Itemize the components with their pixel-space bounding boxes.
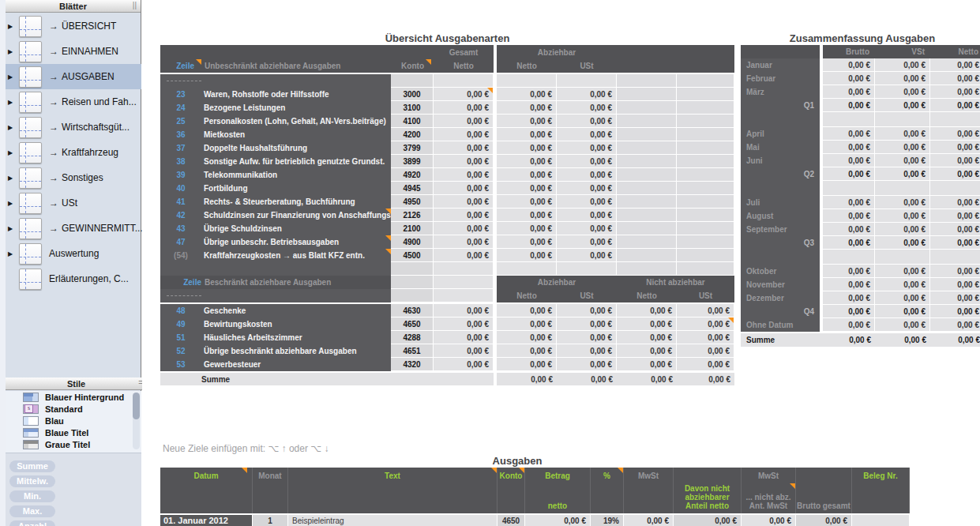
summary-row[interactable] bbox=[741, 112, 980, 127]
empty-cell[interactable] bbox=[434, 289, 494, 302]
konto-cell[interactable]: 3100 bbox=[391, 101, 434, 115]
davon-nicht-abziehbar-column-header[interactable]: Davon nicht abziehbarer Anteil netto bbox=[674, 468, 742, 513]
sheet-thumbnail-icon[interactable] bbox=[19, 16, 42, 37]
vst-cell[interactable]: 0,00 € bbox=[875, 278, 930, 291]
nicht-abz-mwst-cell[interactable]: 0,00 € bbox=[742, 515, 796, 526]
brutto-cell[interactable]: 0,00 € bbox=[823, 196, 875, 209]
konto-cell[interactable]: 4500 bbox=[391, 249, 434, 262]
row-number-cell[interactable]: 49 bbox=[160, 317, 201, 331]
summary-row[interactable]: Q3 0,00 € 0,00 € 0,00 € bbox=[741, 236, 980, 250]
period-label-cell[interactable]: April bbox=[741, 127, 820, 141]
period-label-cell[interactable]: Dezember bbox=[741, 291, 820, 305]
text-cell[interactable]: Beispieleintrag bbox=[288, 515, 498, 526]
period-label-cell[interactable]: Q4 bbox=[741, 305, 820, 318]
gesamt-netto-cell[interactable]: 0,00 € bbox=[434, 317, 494, 331]
netto-cell[interactable]: 0,00 € bbox=[930, 154, 980, 167]
gesamt-netto-cell[interactable]: 0,00 € bbox=[434, 88, 494, 101]
period-label-cell[interactable]: August bbox=[741, 209, 820, 223]
panel-resize-handle-icon[interactable]: || bbox=[133, 1, 137, 9]
abziehbar-ust-cell[interactable]: 0,00 € bbox=[557, 195, 617, 209]
table-row[interactable]: (54) Kraftfahrzeugkosten → aus Blatt KFZ… bbox=[160, 249, 734, 262]
empty-cell[interactable] bbox=[617, 141, 677, 155]
vst-cell[interactable]: 0,00 € bbox=[875, 291, 930, 305]
abziehbar-netto-cell[interactable]: 0,00 € bbox=[497, 222, 557, 235]
disclosure-triangle-icon[interactable]: ▶ bbox=[8, 99, 17, 106]
empty-cell[interactable] bbox=[617, 249, 677, 262]
header-cell[interactable] bbox=[160, 45, 434, 59]
netto-column-header[interactable]: Netto bbox=[930, 45, 980, 58]
summary-row[interactable]: November 0,00 € 0,00 € 0,00 € bbox=[741, 278, 980, 291]
abziehbar-ust-cell[interactable]: 0,00 € bbox=[557, 168, 617, 182]
period-label-cell[interactable]: Ohne Datum bbox=[741, 318, 820, 332]
period-label-cell[interactable]: März bbox=[741, 85, 820, 99]
section1-title-header[interactable]: Unbeschränkt abziehbare Ausgaben bbox=[201, 59, 391, 73]
disclosure-triangle-icon[interactable]: ▶ bbox=[8, 23, 17, 30]
netto-column-header[interactable]: Netto bbox=[434, 59, 494, 73]
period-label-cell[interactable]: September bbox=[741, 223, 820, 236]
konto-cell[interactable]: 4950 bbox=[391, 195, 434, 209]
abziehbar-netto-cell[interactable]: 0,00 € bbox=[497, 115, 557, 128]
section2-title-header[interactable]: Beschränkt abziehbare Ausgaben bbox=[201, 276, 391, 289]
abziehbar-ust-cell[interactable]: 0,00 € bbox=[557, 331, 617, 344]
brutto-cell[interactable]: 0,00 € bbox=[823, 58, 875, 72]
overview-table-title[interactable]: Übersicht Ausgabenarten bbox=[160, 32, 734, 44]
sheet-thumbnail-icon[interactable] bbox=[19, 167, 42, 189]
vst-cell[interactable]: 0,00 € bbox=[875, 72, 930, 85]
empty-cell[interactable] bbox=[617, 115, 677, 128]
empty-cell[interactable] bbox=[434, 276, 494, 289]
abziehbar-group-header[interactable]: Abziehbar bbox=[497, 45, 617, 59]
summary-row[interactable]: Q1 0,00 € 0,00 € 0,00 € bbox=[741, 99, 980, 112]
netto-cell[interactable]: 0,00 € bbox=[930, 85, 980, 99]
brutto-cell[interactable] bbox=[823, 181, 875, 196]
header-cell[interactable] bbox=[617, 59, 677, 73]
period-label-cell[interactable]: Juli bbox=[741, 196, 820, 209]
expense-entry-row[interactable]: 01. Januar 2012 1 Beispieleintrag 4650 0… bbox=[160, 513, 910, 526]
vst-cell[interactable]: 0,00 € bbox=[875, 154, 930, 167]
row-number-cell[interactable]: 53 bbox=[160, 358, 201, 371]
sheet-thumbnail-icon[interactable] bbox=[19, 117, 42, 138]
empty-cell[interactable] bbox=[617, 235, 677, 249]
sheet-thumbnail-icon[interactable] bbox=[19, 66, 42, 88]
summary-row[interactable]: Ohne Datum 0,00 € 0,00 € 0,00 € bbox=[741, 318, 980, 332]
summary-row[interactable]: Juni 0,00 € 0,00 € 0,00 € bbox=[741, 154, 980, 167]
abziehbar-ust-cell[interactable]: 0,00 € bbox=[557, 358, 617, 371]
konto-cell[interactable]: 4900 bbox=[391, 235, 434, 249]
sidebar-sheet-item[interactable]: ▶ → GEWINNERMITT... bbox=[6, 216, 141, 241]
brutto-cell[interactable] bbox=[823, 250, 875, 265]
brutto-cell[interactable]: 0,00 € bbox=[823, 278, 875, 291]
period-label-cell[interactable]: Q2 bbox=[741, 167, 820, 181]
summary-table-title[interactable]: Zusammenfassung Ausgaben bbox=[741, 32, 980, 44]
disclosure-triangle-icon[interactable]: ▶ bbox=[8, 250, 17, 257]
style-item-graue-titel[interactable]: Graue Titel bbox=[6, 438, 141, 450]
nabz-ust-column-header[interactable]: USt bbox=[677, 289, 734, 302]
summary-row[interactable]: Q2 0,00 € 0,00 € 0,00 € bbox=[741, 167, 980, 181]
empty-cell[interactable] bbox=[391, 276, 434, 289]
vst-cell[interactable]: 0,00 € bbox=[875, 196, 930, 209]
nicht-abziehbar-ust-cell[interactable]: 0,00 € bbox=[677, 317, 734, 331]
gesamt-netto-cell[interactable]: 0,00 € bbox=[434, 168, 494, 182]
empty-cell[interactable] bbox=[617, 182, 677, 195]
sidebar-sheet-item[interactable]: ▶ → Wirtschaftsgüt... bbox=[6, 115, 141, 140]
betrag-column-header[interactable]: Betrag netto bbox=[525, 468, 591, 513]
konto-cell[interactable]: 3000 bbox=[391, 88, 434, 101]
row-number-cell[interactable]: 48 bbox=[160, 304, 201, 317]
header-cell[interactable] bbox=[741, 45, 820, 58]
empty-cell[interactable] bbox=[677, 195, 734, 209]
row-number-cell[interactable]: 40 bbox=[160, 182, 201, 195]
table-row[interactable]: 43 Übrige Schuldzinsen 2100 0,00 € 0,00 … bbox=[160, 222, 734, 235]
sheet-thumbnail-icon[interactable] bbox=[19, 193, 42, 214]
sum-abz-ust[interactable]: 0,00 € bbox=[557, 373, 617, 385]
gesamt-netto-cell[interactable]: 0,00 € bbox=[434, 101, 494, 115]
konto-cell[interactable]: 3899 bbox=[391, 155, 434, 168]
period-label-cell[interactable] bbox=[741, 112, 820, 127]
beleg-nr-cell[interactable] bbox=[852, 515, 910, 526]
abziehbar-netto-cell[interactable]: 0,00 € bbox=[497, 155, 557, 168]
nicht-abziehbar-netto-cell[interactable]: 0,00 € bbox=[617, 331, 677, 344]
nicht-abziehbar-netto-cell[interactable]: 0,00 € bbox=[617, 304, 677, 317]
vst-column-header[interactable]: VSt bbox=[875, 45, 930, 58]
summary-row[interactable]: Q4 0,00 € 0,00 € 0,00 € bbox=[741, 305, 980, 318]
header-cell[interactable] bbox=[617, 45, 734, 59]
abziehbar-ust-cell[interactable]: 0,00 € bbox=[557, 101, 617, 115]
table-row[interactable]: 40 Fortbildung 4945 0,00 € 0,00 € 0,00 € bbox=[160, 182, 734, 195]
vst-cell[interactable] bbox=[875, 112, 930, 127]
